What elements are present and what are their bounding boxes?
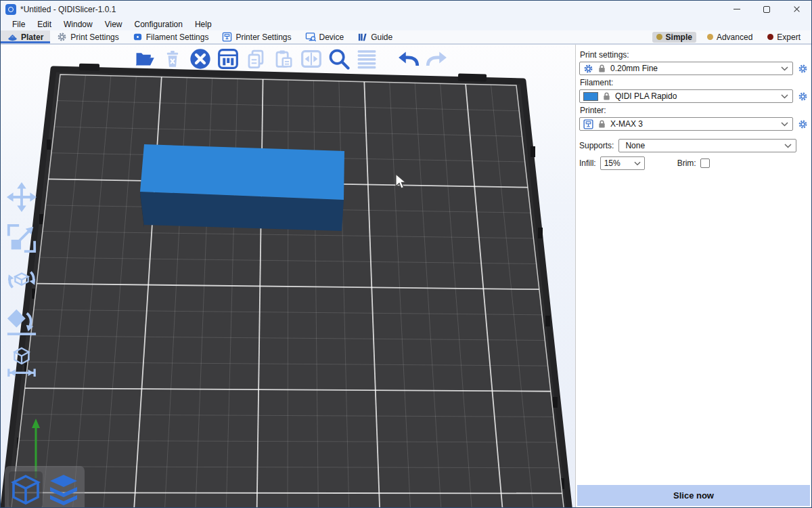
tab-printer-settings[interactable]: Printer Settings — [215, 30, 298, 43]
printer-edit-button[interactable] — [796, 119, 809, 129]
filament-color-swatch — [583, 92, 598, 101]
app-logo-icon — [5, 4, 16, 15]
mode-label: Simple — [666, 33, 692, 42]
split-objects-icon — [300, 48, 322, 70]
chevron-down-icon — [781, 94, 788, 99]
printer-label: Printer: — [580, 106, 809, 115]
split-objects-button[interactable] — [300, 47, 323, 70]
menu-edit[interactable]: Edit — [31, 18, 58, 30]
tab-bar: Plater Print Settings Filament Settings … — [1, 30, 811, 45]
gear-icon — [798, 64, 808, 74]
menu-file[interactable]: File — [6, 18, 31, 30]
tab-plater[interactable]: Plater — [1, 30, 50, 43]
filament-value: QIDI PLA Rapido — [615, 91, 777, 101]
delete-all-button[interactable] — [189, 47, 212, 70]
open-button[interactable] — [133, 47, 156, 70]
chevron-down-icon — [634, 161, 641, 166]
plate-notch — [39, 214, 43, 224]
gear-icon — [798, 91, 808, 102]
delete-button[interactable] — [161, 47, 184, 70]
slice-now-button[interactable]: Slice now — [577, 485, 810, 506]
tab-guide[interactable]: Guide — [351, 30, 399, 43]
paste-button[interactable] — [272, 47, 295, 70]
mode-selector: Simple Advanced Expert — [652, 30, 811, 43]
menu-help[interactable]: Help — [189, 18, 218, 30]
menu-window[interactable]: Window — [58, 18, 99, 30]
delete-trash-icon — [163, 49, 182, 68]
mouse-cursor — [395, 173, 409, 190]
print-settings-label: Print settings: — [580, 50, 809, 60]
printer-icon — [583, 119, 593, 129]
search-button[interactable] — [328, 47, 351, 70]
mode-label: Advanced — [717, 33, 752, 42]
filament-edit-button[interactable] — [796, 91, 809, 102]
3d-editor-cube-icon — [11, 474, 41, 505]
close-button[interactable] — [782, 1, 811, 18]
measure-icon — [6, 347, 37, 378]
tab-label: Filament Settings — [146, 33, 209, 42]
undo-button[interactable] — [397, 47, 420, 70]
move-icon — [6, 182, 37, 213]
brim-label: Brim: — [677, 158, 696, 168]
mode-simple[interactable]: Simple — [652, 32, 696, 43]
move-tool-button[interactable] — [5, 180, 39, 214]
menu-configuration[interactable]: Configuration — [129, 18, 189, 30]
device-monitor-icon — [305, 32, 316, 42]
mode-expert[interactable]: Expert — [763, 32, 805, 43]
paste-icon — [273, 49, 294, 69]
gear-icon — [798, 119, 808, 129]
tab-label: Printer Settings — [235, 33, 291, 42]
app-window: *Untitled - QIDISlicer-1.0.1 File Edit W… — [0, 0, 812, 508]
redo-button[interactable] — [425, 47, 448, 70]
filament-spool-icon — [133, 32, 143, 42]
printer-icon — [222, 32, 232, 42]
variable-layer-height-button[interactable] — [355, 47, 378, 70]
rotate-tool-button[interactable] — [5, 263, 39, 297]
copy-button[interactable] — [244, 47, 267, 70]
top-toolbar — [133, 47, 448, 70]
print-settings-combo[interactable]: 0.20mm Fine — [579, 62, 793, 75]
guide-books-icon — [357, 32, 367, 42]
scale-tool-button[interactable] — [5, 221, 39, 255]
open-folder-icon — [135, 49, 155, 69]
arrange-button[interactable] — [217, 47, 240, 70]
brim-checkbox[interactable] — [700, 158, 710, 168]
lock-icon — [597, 64, 606, 73]
mode-advanced[interactable]: Advanced — [703, 32, 757, 43]
editor-view-button[interactable] — [9, 471, 43, 507]
chevron-down-icon — [781, 66, 788, 71]
place-on-face-tool-button[interactable] — [5, 304, 39, 338]
plate-clip — [458, 73, 487, 81]
maximize-button[interactable] — [752, 1, 782, 18]
3d-viewport[interactable] — [1, 45, 575, 507]
tab-filament-settings[interactable]: Filament Settings — [126, 30, 216, 43]
tab-label: Plater — [21, 33, 43, 42]
advanced-dot-icon — [707, 34, 713, 40]
close-icon — [793, 5, 800, 13]
model-box[interactable] — [140, 144, 344, 231]
plate-notch — [47, 140, 51, 150]
build-plate[interactable] — [1, 45, 575, 507]
lock-icon — [602, 91, 611, 101]
tab-device[interactable]: Device — [298, 30, 351, 43]
tab-label: Guide — [371, 33, 392, 42]
view-switcher-panel — [5, 466, 85, 507]
lock-icon — [597, 119, 606, 129]
minimize-button[interactable] — [722, 1, 752, 18]
tab-print-settings[interactable]: Print Settings — [50, 30, 125, 43]
printer-combo[interactable]: X-MAX 3 — [579, 117, 793, 131]
measure-tool-button[interactable] — [5, 345, 39, 379]
menu-view[interactable]: View — [99, 18, 129, 30]
filament-combo[interactable]: QIDI PLA Rapido — [579, 89, 793, 103]
place-on-face-icon — [6, 305, 37, 337]
plate-notch — [531, 146, 535, 157]
preview-view-button[interactable] — [47, 471, 81, 507]
infill-combo[interactable]: 15% — [600, 156, 645, 170]
chevron-down-icon — [781, 122, 788, 127]
minimize-icon — [734, 9, 740, 9]
plate-clip — [79, 64, 99, 71]
print-settings-edit-button[interactable] — [796, 64, 809, 74]
plate-notch — [545, 316, 550, 326]
supports-combo[interactable]: None — [618, 139, 796, 152]
infill-value: 15% — [604, 158, 630, 168]
